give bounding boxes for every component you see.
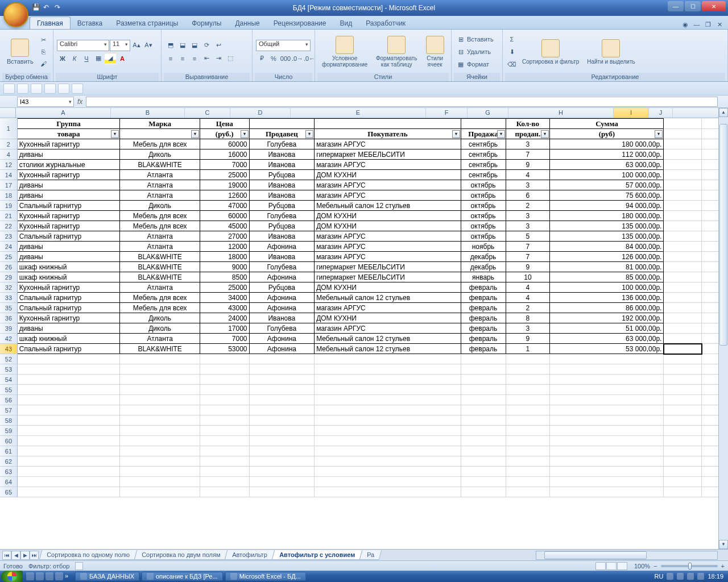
cell[interactable]: [249, 405, 315, 415]
cell[interactable]: Иванова: [249, 149, 315, 160]
cell[interactable]: [506, 385, 550, 395]
row-header[interactable]: 2: [0, 139, 17, 149]
cell[interactable]: Мебельный салон 12 стульев: [315, 293, 461, 303]
cell[interactable]: [664, 446, 702, 456]
cell[interactable]: магазин АРГУС: [315, 323, 461, 334]
scroll-thumb[interactable]: [544, 551, 647, 559]
cell[interactable]: Покупатель▾: [315, 129, 461, 139]
cell[interactable]: [17, 385, 120, 395]
row-header[interactable]: 25: [0, 252, 17, 262]
cell[interactable]: BLAK&WHITE: [120, 160, 200, 170]
cell[interactable]: [664, 262, 702, 272]
cell[interactable]: шкаф книжный: [17, 262, 120, 272]
tray-icon[interactable]: [687, 573, 694, 580]
ribbon-tab[interactable]: Рецензирование: [267, 17, 333, 29]
cell[interactable]: диваны: [17, 149, 120, 160]
cell[interactable]: Иванова: [249, 252, 315, 262]
cell[interactable]: Спальный гарнитур: [17, 231, 120, 242]
formula-input[interactable]: [86, 97, 718, 107]
cell[interactable]: [249, 436, 315, 446]
cell[interactable]: [664, 487, 702, 497]
row-header[interactable]: 65: [0, 487, 17, 497]
cell[interactable]: [315, 415, 461, 426]
cell[interactable]: сентябрь: [461, 149, 506, 160]
name-box[interactable]: I43: [17, 97, 74, 107]
cell[interactable]: [17, 477, 120, 487]
cell[interactable]: [664, 303, 702, 313]
cell[interactable]: [550, 364, 664, 375]
cell[interactable]: 9: [506, 262, 550, 272]
cell[interactable]: [506, 364, 550, 375]
row-header[interactable]: 62: [0, 456, 17, 467]
cell[interactable]: Рубцова: [249, 282, 315, 293]
cell[interactable]: 81 000,00р.: [550, 262, 664, 272]
cell[interactable]: Голубева: [249, 323, 315, 334]
sheet-tab[interactable]: Автофильтр с условием: [271, 550, 362, 560]
restore-window-icon[interactable]: ❐: [704, 21, 712, 29]
cell[interactable]: [461, 375, 506, 385]
help-icon[interactable]: ◉: [681, 21, 689, 29]
cell[interactable]: [664, 180, 702, 190]
cell[interactable]: Кол-во: [506, 119, 550, 129]
page-layout-view-icon[interactable]: [606, 562, 617, 570]
cell[interactable]: ДОМ КУХНИ: [315, 221, 461, 231]
cell[interactable]: 6: [506, 190, 550, 201]
row-header[interactable]: 14: [0, 170, 17, 180]
cell[interactable]: февраль: [461, 323, 506, 334]
cell[interactable]: [664, 170, 702, 180]
insert-cells-label[interactable]: Вставить: [467, 36, 494, 43]
row-header[interactable]: 12: [0, 160, 17, 170]
copy-icon[interactable]: ⎘: [38, 46, 49, 57]
cell[interactable]: 63 000,00р.: [550, 334, 664, 344]
cell[interactable]: Мебельный салон 12 стульев: [315, 201, 461, 211]
row-header[interactable]: 52: [0, 354, 17, 364]
cell[interactable]: [664, 119, 702, 129]
cell[interactable]: 4: [506, 282, 550, 293]
cell[interactable]: [200, 395, 249, 405]
cell[interactable]: [249, 415, 315, 426]
cell[interactable]: 12000: [200, 242, 249, 252]
cell[interactable]: BLAK&WHITE: [120, 262, 200, 272]
cell[interactable]: ДОМ КУХНИ: [315, 282, 461, 293]
increase-indent-icon[interactable]: ⇥: [213, 53, 224, 64]
comma-icon[interactable]: 000: [280, 53, 291, 64]
cell[interactable]: 16000: [200, 149, 249, 160]
cell[interactable]: Кухонный гарнитур: [17, 211, 120, 221]
align-middle-icon[interactable]: ⬓: [177, 40, 188, 51]
cell[interactable]: продан.▾: [506, 129, 550, 139]
sheet-tab[interactable]: Сортировка по двум полям: [134, 550, 228, 560]
format-cells-label[interactable]: Формат: [467, 61, 489, 68]
cell[interactable]: [17, 436, 120, 446]
cell[interactable]: диваны: [17, 252, 120, 262]
cell[interactable]: магазин АРГУС: [315, 231, 461, 242]
filter-dropdown-icon[interactable]: ▾: [541, 130, 549, 138]
cell[interactable]: 7: [506, 242, 550, 252]
cell[interactable]: [315, 477, 461, 487]
cell[interactable]: октябрь: [461, 180, 506, 190]
cell[interactable]: [249, 354, 315, 364]
cell[interactable]: товара▾: [17, 129, 120, 139]
cell[interactable]: [120, 375, 200, 385]
cell[interactable]: [461, 456, 506, 467]
cell[interactable]: 47000: [200, 201, 249, 211]
cell[interactable]: 17000: [200, 323, 249, 334]
quicklaunch-icon[interactable]: [55, 572, 63, 580]
qat-button[interactable]: [58, 84, 69, 94]
qat-button[interactable]: [31, 84, 42, 94]
row-header[interactable]: 58: [0, 415, 17, 426]
cell[interactable]: [664, 436, 702, 446]
cell[interactable]: [550, 477, 664, 487]
cell[interactable]: диваны: [17, 242, 120, 252]
cell[interactable]: 10: [506, 272, 550, 282]
row-header[interactable]: 42: [0, 334, 17, 344]
cell[interactable]: [664, 272, 702, 282]
cell[interactable]: декабрь: [461, 252, 506, 262]
cell[interactable]: [664, 334, 702, 344]
cell[interactable]: [664, 385, 702, 395]
cell[interactable]: [664, 190, 702, 201]
cell[interactable]: [506, 477, 550, 487]
cell[interactable]: [315, 405, 461, 415]
cell[interactable]: BLAK&WHITE: [120, 272, 200, 282]
cell[interactable]: [17, 375, 120, 385]
cell[interactable]: Спальный гарнитур: [17, 201, 120, 211]
